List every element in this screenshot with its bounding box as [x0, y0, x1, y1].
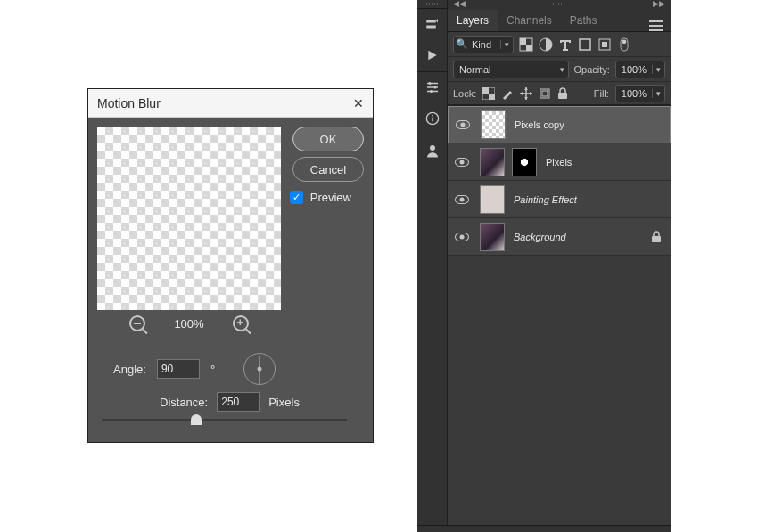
svg-rect-18 — [489, 94, 495, 100]
angle-label: Angle: — [113, 363, 146, 376]
panel-grip-icon[interactable] — [553, 3, 565, 5]
filter-smartobject-icon[interactable] — [597, 37, 612, 52]
layer-name[interactable]: Background — [514, 232, 566, 242]
fill-select[interactable]: 100% ▾ — [615, 85, 665, 102]
filter-adjustment-icon[interactable] — [539, 37, 553, 52]
chevron-down-icon: ▾ — [500, 40, 513, 49]
visibility-toggle[interactable] — [449, 120, 477, 129]
svg-rect-4 — [432, 118, 433, 122]
eye-icon — [455, 158, 469, 167]
lock-position-icon[interactable] — [520, 87, 532, 100]
blend-mode-select[interactable]: Normal ▾ — [453, 61, 569, 78]
svg-rect-9 — [526, 45, 532, 51]
filter-kind-select[interactable]: 🔍 Kind ▾ — [453, 36, 514, 53]
layer-list: Pixels copyPixelsPainting EffectBackgrou… — [448, 105, 671, 532]
lock-artboard-icon[interactable] — [539, 87, 551, 100]
actions-play-icon[interactable] — [426, 48, 439, 62]
panel-menu-icon[interactable] — [649, 20, 663, 31]
svg-rect-13 — [602, 42, 607, 47]
motion-blur-dialog: Motion Blur ✕ OK Cancel ✓ Preview 100% A… — [87, 88, 374, 443]
dialog-titlebar[interactable]: Motion Blur ✕ — [88, 89, 373, 118]
lock-brush-icon[interactable] — [501, 87, 514, 100]
checkbox-icon[interactable]: ✓ — [290, 191, 303, 204]
svg-point-1 — [433, 86, 436, 89]
layer-thumbnail[interactable] — [481, 110, 506, 139]
adjustments-icon[interactable] — [424, 79, 441, 95]
layer-filter-row: 🔍 Kind ▾ — [448, 32, 671, 57]
layer-name[interactable]: Pixels — [546, 157, 572, 168]
fill-label: Fill: — [594, 88, 609, 99]
collapse-left-icon[interactable]: ◀◀ — [453, 0, 466, 9]
filter-toggle-icon[interactable] — [617, 37, 631, 52]
dialog-title: Motion Blur — [97, 96, 161, 110]
collapse-right-icon[interactable]: ▶▶ — [653, 0, 665, 9]
layer-mask-thumbnail[interactable] — [512, 148, 537, 176]
svg-point-6 — [430, 145, 435, 151]
blend-opacity-row: Normal ▾ Opacity: 100% ▾ — [448, 57, 671, 82]
svg-rect-17 — [482, 87, 489, 94]
degree-symbol: ° — [210, 363, 215, 376]
layer-name[interactable]: Pixels copy — [515, 119, 564, 130]
layer-thumbnail[interactable] — [480, 185, 505, 214]
opacity-label: Opacity: — [574, 64, 610, 75]
svg-rect-5 — [432, 115, 433, 116]
lock-label: Lock: — [453, 88, 476, 99]
chevron-down-icon: ▾ — [652, 89, 664, 98]
svg-point-2 — [430, 90, 433, 93]
distance-unit: Pixels — [268, 396, 300, 409]
info-icon[interactable] — [425, 111, 440, 126]
layer-thumbnail[interactable] — [480, 148, 505, 176]
tab-channels[interactable]: Channels — [498, 10, 561, 31]
filter-pixel-icon[interactable] — [519, 37, 533, 52]
filter-type-icon[interactable] — [558, 37, 573, 52]
svg-rect-20 — [542, 91, 548, 96]
svg-rect-8 — [520, 38, 526, 45]
panel-tabs: Layers Channels Paths — [448, 9, 671, 32]
zoom-in-icon[interactable] — [233, 315, 249, 331]
layers-panel: ◀◀ ▶▶ Layers Channels Paths 🔍 Kind ▾ — [448, 0, 671, 532]
lock-icon — [651, 231, 662, 243]
chevron-down-icon: ▾ — [652, 65, 664, 74]
zoom-row: 100% — [97, 315, 281, 331]
close-icon[interactable]: ✕ — [353, 96, 364, 110]
tab-paths[interactable]: Paths — [561, 10, 606, 31]
search-icon: 🔍 — [454, 38, 470, 50]
cancel-button[interactable]: Cancel — [292, 157, 364, 182]
svg-point-0 — [428, 82, 431, 85]
lock-all-icon[interactable] — [557, 87, 568, 100]
angle-input[interactable] — [157, 359, 200, 379]
visibility-toggle[interactable] — [448, 233, 476, 241]
angle-dial[interactable] — [243, 353, 276, 385]
filter-shape-icon[interactable] — [578, 37, 592, 52]
history-icon[interactable] — [424, 16, 441, 32]
distance-label: Distance: — [160, 396, 208, 409]
layer-row[interactable]: Background — [448, 218, 671, 256]
distance-slider[interactable] — [102, 419, 347, 421]
opacity-select[interactable]: 100% ▾ — [615, 61, 665, 78]
layer-name[interactable]: Painting Effect — [514, 194, 577, 205]
tab-layers[interactable]: Layers — [448, 10, 498, 31]
rail-top — [417, 0, 447, 9]
zoom-out-icon[interactable] — [129, 315, 145, 331]
eye-icon — [455, 195, 469, 204]
ok-button[interactable]: OK — [292, 127, 364, 151]
layer-row[interactable]: Painting Effect — [448, 181, 671, 218]
svg-rect-11 — [580, 39, 590, 50]
preview-checkbox-row[interactable]: ✓ Preview — [290, 191, 351, 204]
layer-row[interactable]: Pixels copy — [448, 106, 671, 143]
rail-grip-icon[interactable] — [426, 3, 439, 5]
visibility-toggle[interactable] — [448, 195, 476, 204]
preview-label: Preview — [310, 191, 351, 204]
panels-footer — [417, 525, 671, 532]
layer-row[interactable]: Pixels — [448, 143, 671, 181]
portrait-icon[interactable] — [424, 143, 441, 159]
blur-preview[interactable] — [97, 127, 281, 310]
layer-thumbnail[interactable] — [480, 223, 505, 251]
right-panels: ◀◀ ▶▶ Layers Channels Paths 🔍 Kind ▾ — [417, 0, 671, 532]
distance-input[interactable] — [217, 392, 260, 412]
collapsed-panel-rail — [417, 0, 448, 532]
visibility-toggle[interactable] — [448, 158, 476, 167]
distance-slider-knob[interactable] — [191, 414, 202, 425]
lock-transparent-icon[interactable] — [482, 87, 495, 100]
zoom-percent: 100% — [174, 317, 203, 331]
